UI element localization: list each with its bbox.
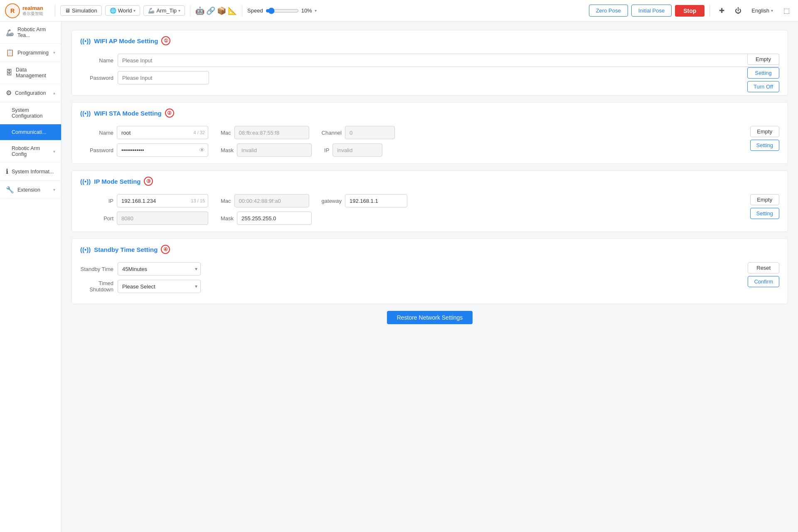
standby-time-select[interactable]: 45Minutes 30Minutes 60Minutes Never: [118, 262, 201, 276]
wifi-sta-empty-button[interactable]: Empty: [750, 126, 779, 137]
standby-shutdown-row: Timed Shutdown Please Select 10:00 22:00: [80, 280, 779, 293]
arm-tip-dropdown[interactable]: 🦾 Arm_Tip ▾: [143, 5, 185, 16]
wifi-sta-mac-input: [234, 126, 309, 139]
ip-mode-port-row: Port Mask: [80, 212, 779, 225]
wifi-ap-password-label: Password: [80, 75, 113, 81]
wifi-ap-setting-button[interactable]: Setting: [747, 67, 779, 79]
wifi-ap-icon: ((•)): [80, 37, 91, 44]
sidebar-item-system-information[interactable]: ℹ System Informat...: [0, 163, 61, 181]
world-dropdown[interactable]: 🌐 World ▾: [105, 5, 140, 16]
standby-section: ((•)) Standby Time Setting ④ Standby Tim…: [71, 239, 788, 304]
wifi-sta-body: Name 4 / 32 Mac Channel: [72, 122, 788, 163]
wifi-ap-password-row: Password: [80, 71, 779, 84]
sidebar-item-programming[interactable]: 📋 Programming ▾: [0, 44, 61, 62]
initial-pose-button[interactable]: Initial Pose: [631, 5, 672, 17]
main-layout: 🦾 Robotic Arm Tea... 📋 Programming ▾ 🗄 D…: [0, 22, 798, 532]
language-label: English: [751, 7, 769, 14]
standby-shutdown-select[interactable]: Please Select 10:00 22:00: [118, 280, 201, 293]
configuration-icon: ⚙: [6, 89, 12, 97]
wifi-sta-header: ((•)) WIFI STA Mode Setting ②: [72, 103, 788, 122]
standby-body: Standby Time 45Minutes 30Minutes 60Minut…: [72, 258, 788, 304]
programming-chevron-icon: ▾: [53, 50, 55, 55]
wifi-ap-name-field-wrapper: 0 / 32: [118, 54, 779, 67]
sidebar-item-configuration[interactable]: ⚙ Configuration ▴: [0, 84, 61, 102]
ip-mode-ip-row: IP 13 / 15 Mac gateway: [80, 194, 779, 207]
programming-icon: 📋: [6, 49, 14, 57]
ip-mode-setting-button[interactable]: Setting: [750, 208, 779, 219]
language-dropdown[interactable]: English ▾: [748, 6, 776, 15]
wifi-sta-mask-group: Mask: [221, 143, 312, 157]
speed-value: 10%: [301, 7, 312, 14]
ip-mode-port-input: [117, 212, 208, 225]
arm-tip-label: Arm_Tip: [156, 7, 177, 14]
ip-mode-ip-count: 13 / 15: [191, 198, 205, 203]
wifi-sta-ip-group: IP: [324, 143, 382, 157]
wifi-ap-header: ((•)) WIFI AP Mode Setting ①: [72, 30, 788, 49]
wifi-sta-actions: Empty Setting: [750, 126, 779, 151]
wifi-sta-ip-input: [332, 143, 382, 157]
sidebar-label-programming: Programming: [17, 50, 50, 56]
world-chevron-icon: ▾: [133, 8, 135, 13]
wifi-ap-name-input[interactable]: [118, 54, 779, 67]
wifi-ap-empty-button[interactable]: Empty: [747, 54, 779, 65]
wifi-ap-password-input[interactable]: [118, 71, 209, 84]
sidebar-item-communication[interactable]: Communicati...: [0, 124, 61, 140]
ip-mode-icon: ((•)): [80, 178, 91, 185]
ip-mode-section: ((•)) IP Mode Setting ③ IP 13 / 15 Mac: [71, 170, 788, 232]
speed-slider[interactable]: [266, 7, 299, 14]
ip-mode-gateway-input[interactable]: [345, 194, 407, 207]
sidebar-item-data-management[interactable]: 🗄 Data Management: [0, 62, 61, 84]
ip-mode-mac-input: [234, 194, 309, 207]
ip-mode-mask-input[interactable]: [237, 212, 312, 225]
logo-icon: R: [5, 3, 20, 18]
wifi-sta-password-input[interactable]: [117, 143, 208, 157]
icon-group-1: 🤖 🔗 📦 📐: [195, 6, 237, 15]
header-divider-3: [242, 5, 242, 17]
arm-control-icon: 🤖: [195, 6, 204, 15]
wifi-sta-password-wrapper: 👁: [117, 143, 208, 157]
standby-time-select-wrapper[interactable]: 45Minutes 30Minutes 60Minutes Never: [118, 262, 201, 276]
sidebar-item-extension[interactable]: 🔧 Extension ▾: [0, 181, 61, 199]
zero-pose-button[interactable]: Zero Pose: [589, 5, 628, 17]
standby-reset-button[interactable]: Reset: [748, 262, 779, 273]
power-icon-button[interactable]: ⏻: [732, 4, 745, 17]
wifi-sta-channel-label: Channel: [322, 130, 342, 136]
add-icon-button[interactable]: ✚: [715, 4, 728, 17]
sidebar-item-robotic-arm-config[interactable]: Robotic Arm Config ▾: [0, 140, 61, 163]
ip-mode-ip-label: IP: [80, 198, 113, 204]
wifi-sta-name-group: Name 4 / 32: [80, 126, 208, 139]
wifi-sta-icon: ((•)): [80, 110, 91, 117]
wifi-sta-setting-button[interactable]: Setting: [750, 140, 779, 151]
simulation-label: Simulation: [72, 7, 97, 14]
simulation-button[interactable]: 🖥 Simulation: [60, 5, 102, 16]
simulation-icon: 🖥: [65, 7, 70, 14]
robotic-arm-icon: 🦾: [6, 29, 14, 37]
wifi-ap-section: ((•)) WIFI AP Mode Setting ① Name 0 / 32…: [71, 30, 788, 96]
ip-mode-port-group: Port: [80, 212, 208, 225]
svg-text:R: R: [10, 7, 15, 14]
standby-shutdown-select-wrapper[interactable]: Please Select 10:00 22:00: [118, 280, 201, 293]
wifi-sta-eye-icon[interactable]: 👁: [199, 147, 205, 153]
ip-mode-empty-button[interactable]: Empty: [750, 194, 779, 205]
restore-network-button[interactable]: Restore Network Settings: [387, 311, 473, 324]
stop-button[interactable]: Stop: [675, 5, 704, 17]
world-icon: 🌐: [110, 7, 116, 14]
sidebar-item-system-configuration[interactable]: System Configuration: [0, 102, 61, 124]
wifi-sta-password-label: Password: [80, 147, 113, 153]
wifi-sta-name-count: 4 / 32: [193, 130, 205, 135]
wifi-ap-turn-off-button[interactable]: Turn Off: [747, 81, 779, 92]
sidebar-item-robotic-arm-teaching[interactable]: 🦾 Robotic Arm Tea...: [0, 22, 61, 44]
wifi-sta-mac-group: Mac: [221, 126, 309, 139]
logout-icon-button[interactable]: ⬚: [780, 4, 793, 17]
header-divider-2: [190, 5, 190, 17]
sidebar-label-communication: Communicati...: [12, 129, 55, 135]
content-area: ((•)) WIFI AP Mode Setting ① Name 0 / 32…: [62, 22, 798, 532]
language-chevron-icon: ▾: [771, 8, 773, 13]
sidebar-label-system-configuration: System Configuration: [12, 107, 55, 119]
world-label: World: [118, 7, 132, 14]
standby-confirm-button[interactable]: Confirm: [748, 276, 779, 287]
pose-icon: 📐: [228, 6, 237, 15]
wifi-ap-actions: Empty Setting Turn Off: [747, 54, 779, 92]
wifi-sta-channel-group: Channel: [322, 126, 395, 139]
header-divider: [55, 5, 55, 17]
